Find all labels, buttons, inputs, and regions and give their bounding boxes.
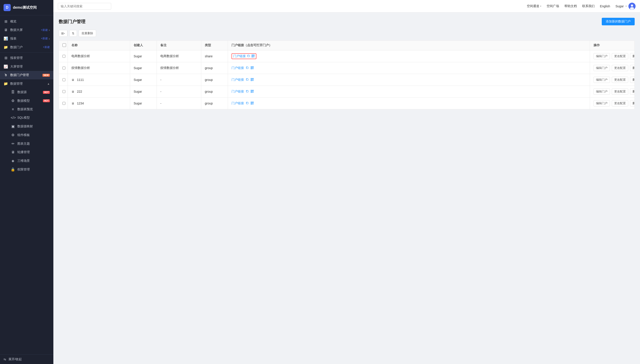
screenmgmt-icon: 📈	[4, 64, 8, 69]
sidebar-item-label: 概览	[10, 20, 17, 24]
sort-button[interactable]: ⇅	[69, 30, 77, 37]
row4-checkbox[interactable]	[63, 90, 65, 93]
sidebar-item-overview[interactable]: ⊞ 概览	[0, 17, 53, 26]
sidebar-item-datamgmt[interactable]: 📁 数据管理 ▲	[0, 79, 53, 88]
row1-edit-btn[interactable]: 编辑门户	[593, 53, 610, 59]
row2-portal-link-text[interactable]: 门户链接	[232, 66, 244, 70]
svg-rect-57	[253, 104, 254, 104]
row1-config-btn[interactable]: 更改配置	[612, 53, 628, 59]
topbar-plaza[interactable]: 空间广场	[547, 4, 559, 8]
row5-copy-icon[interactable]	[246, 102, 249, 105]
batch-delete-button[interactable]: 批量删除	[79, 30, 96, 37]
row4-copy-icon[interactable]	[246, 90, 249, 94]
search-input[interactable]	[58, 3, 111, 10]
add-portal-button[interactable]: 添加新的数据门户	[602, 18, 635, 25]
datagateway-icon: 📁	[4, 45, 8, 49]
row1-portal-link-text[interactable]: 门户链接	[233, 54, 246, 58]
row3-config-btn[interactable]: 更改配置	[612, 77, 628, 83]
row4-link: 门户链接	[228, 86, 590, 97]
row2-config-btn[interactable]: 更改配置	[612, 65, 628, 71]
logo-icon: D	[4, 4, 11, 11]
row3-link: 门户链接	[228, 74, 590, 86]
svg-rect-49	[251, 102, 252, 102]
sidebar-item-datagateway[interactable]: 📁 数据门户 +新建	[0, 43, 53, 52]
row5-config-btn[interactable]: 更改配置	[612, 100, 628, 106]
workspace-logo[interactable]: D demo测试空间	[0, 0, 53, 15]
row1-copy-icon[interactable]	[247, 54, 250, 58]
row3-checkbox[interactable]	[63, 78, 65, 82]
sidebar-item-portalmgmt[interactable]: 🖱 数据门户管理 NEW	[0, 71, 53, 79]
sidebar-item-valuemap[interactable]: ▣ 数据值映射	[0, 122, 53, 131]
widgettemplate-icon: ⚙	[11, 133, 15, 137]
row2-delete-btn[interactable]: 删除	[630, 65, 635, 71]
row3-qr-icon[interactable]	[251, 78, 254, 82]
select-all-checkbox[interactable]	[63, 43, 66, 47]
sidebar-item-charttheme[interactable]: ✏ 图表主题	[0, 139, 53, 148]
sidebar-item-label: 数据模型	[17, 99, 30, 103]
user-menu[interactable]: Sugar ▾	[615, 3, 635, 10]
topbar-help[interactable]: 帮助文档	[564, 4, 577, 8]
row3-edit-btn[interactable]: 编辑门户	[593, 77, 610, 83]
sidebar-item-datascreen[interactable]: 🖥 数据大屏 +新建 ›	[0, 26, 53, 34]
view-toggle: ⊞ ▾	[59, 30, 68, 37]
page-title: 数据门户管理	[59, 19, 85, 25]
sidebar: D demo测试空间 ⊞ 概览 🖥 数据大屏 +新建 › 📊 报表 +新建 ›	[0, 0, 53, 364]
grid-view-btn[interactable]: ⊞ ▾	[59, 30, 67, 36]
sidebar-item-sqlmodel[interactable]: </> SQL模型	[0, 114, 53, 122]
row1-qr-icon[interactable]	[252, 54, 255, 58]
svg-rect-43	[252, 92, 253, 92]
report-add-btn[interactable]: +新建	[41, 37, 48, 40]
row2-checkbox[interactable]	[63, 66, 65, 70]
row4-qr-icon[interactable]	[251, 90, 254, 94]
sort-icon: ⇅	[72, 32, 75, 35]
row5-portal-link-text[interactable]: 门户链接	[232, 101, 244, 105]
carousel-icon: 🖥	[11, 150, 15, 154]
row5-delete-btn[interactable]: 删除	[630, 100, 635, 106]
sidebar-item-reportmgmt[interactable]: ⊞ 报表管理	[0, 54, 53, 62]
th-link: 门户链接（点击可打开门户）	[228, 41, 590, 50]
sidebar-item-widgettemplate[interactable]: ⚙ 组件模板	[0, 131, 53, 139]
row3-portal-link-text[interactable]: 门户链接	[232, 78, 244, 82]
row2-qr-icon[interactable]	[251, 66, 254, 70]
sidebar-item-permgmt[interactable]: 🔒 权限管理	[0, 165, 53, 174]
datapreview-icon: ≡	[11, 107, 15, 111]
datascreen-add-btn[interactable]: +新建	[41, 28, 48, 32]
svg-rect-14	[246, 67, 248, 69]
topbar-contact[interactable]: 联系我们	[582, 4, 595, 8]
svg-rect-10	[253, 56, 254, 57]
row3-delete-btn[interactable]: 删除	[630, 77, 635, 83]
row5-edit-btn[interactable]: 编辑门户	[593, 100, 610, 106]
svg-rect-51	[253, 102, 253, 102]
sidebar-collapse-btn[interactable]: ⇆ 展开/收起	[0, 354, 53, 364]
collapse-icon: ⇆	[4, 358, 6, 361]
sidebar-item-report[interactable]: 📊 报表 +新建 ›	[0, 34, 53, 43]
row1-creator: Sugar	[130, 50, 157, 62]
row2-copy-icon[interactable]	[246, 66, 249, 70]
table-row: 🖥 1234 Sugar - group 门户链接	[59, 98, 634, 109]
sidebar-item-screenmgmt[interactable]: 📈 大屏管理	[0, 62, 53, 71]
row1-checkbox[interactable]	[63, 54, 65, 58]
topbar-lang[interactable]: English	[600, 4, 610, 8]
row4-portal-link-text[interactable]: 门户链接	[232, 90, 244, 94]
row4-delete-btn[interactable]: 删除	[630, 88, 635, 95]
row2-action-cell: 编辑门户 更改配置 删除	[593, 65, 635, 71]
sidebar-item-datamodel[interactable]: ⚙ 数据模型 HOT	[0, 96, 53, 105]
row4-edit-btn[interactable]: 编辑门户	[593, 88, 610, 95]
sidebar-item-label: 数据大屏	[10, 28, 23, 32]
topbar-channel[interactable]: 空间通道 ▾	[527, 4, 541, 8]
row5-checkbox[interactable]	[63, 102, 65, 105]
sidebar-item-3dscene[interactable]: ◈ 三维场景	[0, 156, 53, 165]
row3-copy-icon[interactable]	[246, 78, 249, 82]
sidebar-item-datasource[interactable]: 🗄 数据源 HOT	[0, 88, 53, 96]
row1-link: 门户链接	[228, 50, 590, 62]
svg-rect-56	[252, 104, 253, 104]
row4-config-btn[interactable]: 更改配置	[612, 88, 628, 95]
svg-rect-44	[253, 92, 254, 92]
sidebar-item-datapreview[interactable]: ≡ 数据表预览	[0, 105, 53, 114]
datagateway-add-btn[interactable]: +新建	[43, 45, 50, 49]
row5-qr-icon[interactable]	[251, 102, 254, 105]
portalmgmt-icon: 🖱	[4, 73, 8, 77]
row2-edit-btn[interactable]: 编辑门户	[593, 65, 610, 71]
sidebar-item-carousel[interactable]: 🖥 轮播管理	[0, 148, 53, 156]
row1-delete-btn[interactable]: 删除	[630, 53, 635, 59]
